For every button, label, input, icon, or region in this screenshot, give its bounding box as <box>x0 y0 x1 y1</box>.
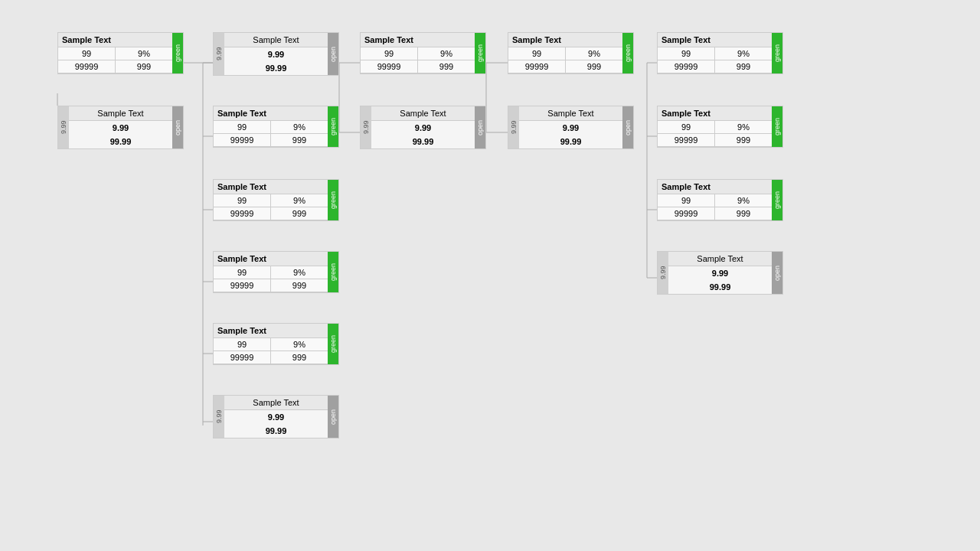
cell-num3: 99999 <box>214 279 271 292</box>
cell-num1: 99 <box>214 194 271 207</box>
card-title: Sample Text <box>371 106 475 121</box>
status-bar-green: green <box>172 33 183 73</box>
card-price1: 9.99 <box>224 410 328 424</box>
cell-num2: 9% <box>271 194 328 207</box>
status-bar-green: green <box>772 33 782 73</box>
status-bar-open: open <box>172 106 183 148</box>
card-title: Sample Text <box>658 106 772 121</box>
cell-num4: 999 <box>116 60 172 73</box>
card-c11: Sample Text 99 9% 99999 999 green <box>508 32 634 74</box>
status-bar-green: green <box>772 106 782 147</box>
status-bar-open: open <box>475 106 485 148</box>
card-price2: 99.99 <box>371 135 475 148</box>
status-bar-open: open <box>328 33 338 75</box>
status-bar-green: green <box>772 180 782 220</box>
card-c2: 9.99 Sample Text 9.99 99.99 open <box>57 106 184 149</box>
cell-num4: 999 <box>418 60 475 73</box>
card-c6: Sample Text 99 9% 99999 999 green <box>213 251 339 293</box>
left-bar: 9.99 <box>508 106 519 148</box>
cell-num3: 99999 <box>214 207 271 220</box>
cell-num1: 99 <box>508 47 566 60</box>
card-title: Sample Text <box>58 33 172 47</box>
card-title: Sample Text <box>214 106 328 121</box>
cell-num3: 99999 <box>658 60 715 73</box>
card-title: Sample Text <box>214 252 328 266</box>
cell-num1: 99 <box>658 194 715 207</box>
cell-num4: 999 <box>715 134 772 146</box>
left-bar: 9.99 <box>658 252 668 294</box>
card-price2: 99.99 <box>224 424 328 438</box>
cell-num3: 99999 <box>58 60 116 73</box>
card-title: Sample Text <box>658 33 772 47</box>
status-bar-open: open <box>328 396 338 438</box>
cell-num1: 99 <box>214 266 271 279</box>
cell-num4: 999 <box>566 60 622 73</box>
card-price1: 9.99 <box>371 121 475 135</box>
cell-num4: 999 <box>715 207 772 220</box>
cell-num1: 99 <box>58 47 116 60</box>
card-c5: Sample Text 99 9% 99999 999 green <box>213 179 339 221</box>
cell-num4: 999 <box>271 279 328 292</box>
cell-num3: 99999 <box>361 60 418 73</box>
card-price2: 99.99 <box>519 135 622 148</box>
card-title: Sample Text <box>214 180 328 194</box>
card-title: Sample Text <box>668 252 772 266</box>
cell-num3: 99999 <box>214 134 271 146</box>
cell-num2: 9% <box>715 121 772 133</box>
cell-num3: 99999 <box>658 134 715 146</box>
card-c7: Sample Text 99 9% 99999 999 green <box>213 323 339 365</box>
status-bar-green: green <box>328 106 338 147</box>
cell-num2: 9% <box>271 266 328 279</box>
cell-num2: 9% <box>715 47 772 60</box>
cell-num1: 99 <box>361 47 418 60</box>
card-title: Sample Text <box>214 324 328 338</box>
status-bar-green: green <box>328 324 338 364</box>
card-c14: Sample Text 99 9% 99999 999 green <box>657 106 783 148</box>
cell-num2: 9% <box>271 338 328 350</box>
status-bar-green: green <box>622 33 633 73</box>
card-price2: 99.99 <box>69 135 172 148</box>
card-c12: 9.99 Sample Text 9.99 99.99 open <box>508 106 634 149</box>
cell-num3: 99999 <box>658 207 715 220</box>
cell-num2: 9% <box>116 47 172 60</box>
tree-container: Sample Text 99 9% 99999 999 green 9.99 S… <box>0 0 980 551</box>
cell-num4: 999 <box>271 207 328 220</box>
card-c13: Sample Text 99 9% 99999 999 green <box>657 32 783 74</box>
cell-num3: 99999 <box>508 60 566 73</box>
card-c8: 9.99 Sample Text 9.99 99.99 open <box>213 395 339 439</box>
card-c1: Sample Text 99 9% 99999 999 green <box>57 32 184 74</box>
cell-num4: 999 <box>271 351 328 364</box>
card-title: Sample Text <box>224 396 328 410</box>
cell-num2: 9% <box>271 121 328 133</box>
card-title: Sample Text <box>361 33 475 47</box>
card-price1: 9.99 <box>224 47 328 61</box>
cell-num4: 999 <box>271 134 328 146</box>
card-c3: 9.99 Sample Text 9.99 99.99 open <box>213 32 339 76</box>
cell-num2: 9% <box>715 194 772 207</box>
card-c15: Sample Text 99 9% 99999 999 green <box>657 179 783 221</box>
status-bar-open: open <box>772 252 782 294</box>
card-title: Sample Text <box>69 106 172 121</box>
card-title: Sample Text <box>658 180 772 194</box>
connector-lines <box>0 0 980 551</box>
cell-num1: 99 <box>214 121 271 133</box>
status-bar-green: green <box>475 33 485 73</box>
card-price2: 99.99 <box>668 280 772 294</box>
cell-num3: 99999 <box>214 351 271 364</box>
left-bar: 9.99 <box>58 106 69 148</box>
cell-num1: 99 <box>658 121 715 133</box>
card-title: Sample Text <box>519 106 622 121</box>
card-price1: 9.99 <box>69 121 172 135</box>
cell-num1: 99 <box>658 47 715 60</box>
left-bar: 9.99 <box>361 106 371 148</box>
status-bar-open: open <box>622 106 633 148</box>
card-c4: Sample Text 99 9% 99999 999 green <box>213 106 339 148</box>
cell-num1: 99 <box>214 338 271 350</box>
cell-num2: 9% <box>418 47 475 60</box>
card-title: Sample Text <box>508 33 622 47</box>
card-c9: Sample Text 99 9% 99999 999 green <box>360 32 486 74</box>
card-title: Sample Text <box>224 33 328 47</box>
card-c16: 9.99 Sample Text 9.99 99.99 open <box>657 251 783 295</box>
card-price1: 9.99 <box>668 266 772 280</box>
card-price1: 9.99 <box>519 121 622 135</box>
